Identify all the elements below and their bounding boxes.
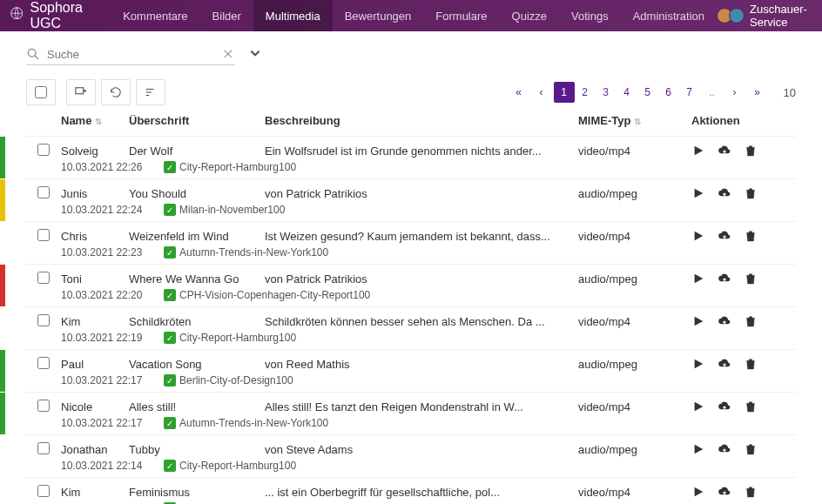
page-4[interactable]: 4 [616, 82, 637, 103]
cell-name: Solveig [61, 144, 129, 158]
status-indicator [0, 350, 5, 392]
cloud-upload-icon[interactable] [718, 442, 731, 456]
cell-name: Nicole [61, 400, 129, 413]
play-icon[interactable] [691, 400, 705, 413]
page-1[interactable]: 1 [554, 82, 575, 103]
cloud-upload-icon[interactable] [718, 357, 731, 371]
cell-mime: video/mp4 [578, 315, 691, 328]
page-6[interactable]: 6 [658, 82, 679, 103]
cloud-upload-icon[interactable] [718, 229, 731, 243]
row-checkbox[interactable] [37, 442, 50, 454]
trash-icon[interactable] [744, 186, 758, 200]
page-2[interactable]: 2 [575, 82, 596, 103]
search-icon[interactable] [26, 47, 40, 61]
cloud-upload-icon[interactable] [718, 144, 731, 158]
search-input[interactable] [47, 48, 214, 61]
svg-line-2 [35, 56, 38, 59]
brand: Sophora UGC [10, 0, 93, 31]
nav-item-quizze[interactable]: Quizze [500, 0, 559, 31]
play-icon[interactable] [691, 272, 705, 286]
nav-item-bewertungen[interactable]: Bewertungen [333, 0, 424, 31]
play-icon[interactable] [691, 144, 705, 158]
row-checkbox[interactable] [37, 272, 50, 284]
cell-heading: Der Wolf [129, 144, 265, 158]
cell-mime: video/mp4 [578, 230, 691, 243]
row-checkbox[interactable] [37, 229, 50, 241]
play-icon[interactable] [691, 229, 705, 243]
cloud-upload-icon[interactable] [718, 485, 731, 499]
page-5[interactable]: 5 [637, 82, 658, 103]
cell-tag: ✓Autumn-Trends-in-New-York100 [164, 246, 328, 259]
cloud-upload-icon[interactable] [718, 272, 731, 286]
sort-button[interactable] [136, 79, 165, 105]
row-checkbox[interactable] [37, 314, 50, 326]
batch-action-button[interactable] [66, 79, 96, 105]
play-icon[interactable] [691, 186, 705, 200]
cell-description: von Steve Adams [265, 443, 578, 456]
col-name[interactable]: Name⇅ [61, 114, 129, 127]
cell-actions [691, 314, 796, 328]
tag-label: Milan-in-November100 [179, 204, 285, 216]
col-description[interactable]: Beschreibung [265, 114, 578, 127]
tag-label: City-Report-Hamburg100 [179, 332, 296, 344]
cell-description: Ist Weizen gesund? Kaum jemandem ist bek… [265, 230, 578, 243]
search-bar [0, 31, 822, 71]
row-checkbox[interactable] [37, 186, 50, 198]
page-ellipsis: .. [702, 82, 723, 103]
row-checkbox[interactable] [37, 144, 50, 156]
nav-item-bilder[interactable]: Bilder [200, 0, 253, 31]
trash-icon[interactable] [744, 229, 758, 243]
row-checkbox[interactable] [37, 357, 50, 369]
pagination: « ‹ 1234567 .. › » 10 [509, 82, 796, 103]
page-next[interactable]: › [724, 82, 745, 103]
tag-label: Autumn-Trends-in-New-York100 [179, 417, 328, 429]
refresh-button[interactable] [101, 79, 131, 105]
trash-icon[interactable] [744, 144, 758, 158]
nav-item-formulare[interactable]: Formulare [423, 0, 499, 31]
row-checkbox[interactable] [37, 485, 50, 497]
cloud-upload-icon[interactable] [718, 400, 731, 413]
trash-icon[interactable] [744, 272, 758, 286]
col-mime[interactable]: MIME-Typ⇅ [578, 114, 691, 127]
page-3[interactable]: 3 [596, 82, 616, 103]
trash-icon[interactable] [744, 357, 758, 371]
page-last[interactable]: » [747, 82, 768, 103]
col-heading[interactable]: Überschrift [129, 114, 265, 127]
cell-heading: Alles still! [129, 400, 265, 413]
status-indicator [0, 393, 5, 434]
play-icon[interactable] [691, 357, 705, 371]
trash-icon[interactable] [744, 314, 758, 328]
play-icon[interactable] [691, 485, 705, 499]
cell-name: Junis [61, 187, 129, 200]
nav-item-multimedia[interactable]: Multimedia [253, 0, 333, 31]
page-prev[interactable]: ‹ [531, 82, 552, 103]
user-menu[interactable]: Zuschauer-Service [717, 3, 812, 29]
table-row: JonathanTubbyvon Steve Adamsaudio/mpeg10… [26, 435, 796, 478]
user-label: Zuschauer-Service [750, 3, 812, 29]
cell-heading: Feminismus [129, 486, 265, 499]
select-all-checkbox[interactable] [35, 86, 47, 98]
chevron-down-icon[interactable] [249, 47, 261, 62]
trash-icon[interactable] [744, 442, 758, 456]
cloud-upload-icon[interactable] [718, 314, 731, 328]
cell-name: Toni [61, 272, 129, 286]
trash-icon[interactable] [744, 485, 758, 499]
cell-description: Ein Wolfsrudel ist im Grunde genommen ni… [265, 144, 578, 158]
table-row: ToniWhere We Wanna Govon Patrick Patriki… [26, 265, 796, 307]
table-header: Name⇅ Überschrift Beschreibung MIME-Typ⇅… [26, 105, 796, 137]
nav-item-administration[interactable]: Administration [621, 0, 717, 31]
play-icon[interactable] [691, 314, 705, 328]
nav-item-votings[interactable]: Votings [559, 0, 621, 31]
cell-name: Jonathan [61, 443, 129, 456]
col-actions: Aktionen [691, 114, 796, 127]
cell-mime: audio/mpeg [578, 272, 691, 286]
trash-icon[interactable] [744, 400, 758, 413]
cloud-upload-icon[interactable] [718, 186, 731, 200]
cell-actions [691, 144, 796, 158]
clear-icon[interactable] [221, 47, 235, 61]
page-7[interactable]: 7 [679, 82, 700, 103]
row-checkbox[interactable] [37, 400, 50, 412]
nav-item-kommentare[interactable]: Kommentare [111, 0, 199, 31]
play-icon[interactable] [691, 442, 705, 456]
page-first[interactable]: « [509, 82, 529, 103]
